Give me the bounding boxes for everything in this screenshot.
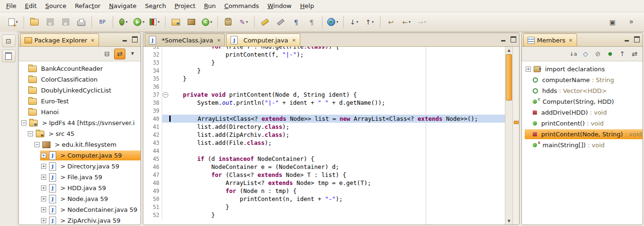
close-tab-icon[interactable]: ✕ xyxy=(291,38,296,43)
code-text[interactable]: System.out.println("|-" + ident + " " + … xyxy=(169,99,505,107)
tree-item-edu-kit-filesystem[interactable]: −> edu.kit.filesystem xyxy=(19,139,140,150)
fold-ruler[interactable] xyxy=(162,131,169,139)
collapse-icon[interactable]: − xyxy=(163,92,168,98)
minimize-view-button[interactable] xyxy=(623,36,630,42)
code-text[interactable] xyxy=(169,83,505,91)
tree-item-file-java-59[interactable]: +J> File.java 59 xyxy=(19,172,140,183)
tree-item-row[interactable]: +J> ZipArchiv.java 59 xyxy=(40,216,140,225)
code-text[interactable]: for (File f : hdd.get(File.class)) { xyxy=(169,47,505,50)
line-number[interactable]: 44 xyxy=(143,148,162,154)
dropdown-arrow-icon[interactable]: ▾ xyxy=(157,20,159,24)
show-inherited-button[interactable]: ↑ xyxy=(617,49,627,59)
member-row[interactable]: printContent(Node, String) : void xyxy=(525,129,643,139)
tree-item-ziparchiv-java-59[interactable]: +J> ZipArchiv.java 59 xyxy=(19,215,140,225)
scroll-down-icon[interactable]: ▼ xyxy=(505,218,512,224)
fold-ruler[interactable] xyxy=(162,139,169,147)
tree-item-row[interactable]: +J> Computer.java 59 xyxy=(40,151,140,160)
expander-icon[interactable]: + xyxy=(41,175,46,180)
maximize-editor-button[interactable] xyxy=(510,36,517,42)
code-line-33[interactable]: 33 } xyxy=(143,59,505,67)
code-text[interactable]: } xyxy=(169,219,505,220)
code-text[interactable]: ArrayList<? extends Node> tmp = e.get(T)… xyxy=(169,179,505,187)
tree-item-directory-java-59[interactable]: +J> Directory.java 59 xyxy=(19,161,140,172)
code-line-48[interactable]: 48 ArrayList<? extends Node> tmp = e.get… xyxy=(143,179,505,187)
fold-ruler[interactable] xyxy=(162,50,169,59)
code-line-42[interactable]: 42 list.add(ZipArchiv.class); xyxy=(143,131,505,139)
toolbar-overflow-button[interactable]: » xyxy=(624,16,638,29)
line-number[interactable]: 49 xyxy=(143,188,162,194)
forward-button[interactable]: →▾ xyxy=(415,16,429,29)
new-java-project-button[interactable] xyxy=(169,16,183,29)
fold-ruler[interactable] xyxy=(162,211,169,219)
new-class-button[interactable]: ▾ xyxy=(200,16,214,29)
tree-item-row[interactable]: DoublyLinkedCyclicList xyxy=(20,85,140,95)
code-text[interactable]: for (Node n : tmp) { xyxy=(169,187,505,195)
menu-edit[interactable]: Edit xyxy=(21,1,41,11)
line-number[interactable]: 51 xyxy=(143,204,162,210)
menu-help[interactable]: Help xyxy=(296,1,319,11)
tree-item-hanoi[interactable]: Hanoi xyxy=(19,107,140,117)
tree-item-colorclassification[interactable]: ColorClassification xyxy=(19,74,140,85)
fold-ruler[interactable] xyxy=(162,75,169,83)
member-row[interactable]: +import declarations xyxy=(525,64,643,74)
fold-ruler[interactable] xyxy=(162,115,169,123)
member-item-main-string[interactable]: smain(String[]) : void xyxy=(522,140,643,151)
menu-project[interactable]: Project xyxy=(170,1,200,11)
scroll-up-icon[interactable]: ▲ xyxy=(505,47,512,53)
menu-window[interactable]: Window xyxy=(263,1,296,11)
package-explorer-tab[interactable]: Package Explorer ✕ xyxy=(20,33,99,46)
java-editor[interactable]: 31 for (File f : hdd.get(File.class)) {3… xyxy=(143,47,519,225)
line-number[interactable]: 35 xyxy=(143,75,162,82)
open-file-button[interactable] xyxy=(27,16,41,29)
code-text[interactable] xyxy=(169,107,505,115)
line-number[interactable]: 34 xyxy=(143,67,162,74)
tree-item-row[interactable]: −> IpdFs 44 [https://svnserver.i xyxy=(20,118,140,128)
menu-navigate[interactable]: Navigate xyxy=(105,1,140,11)
sort-members-button[interactable]: ↓a xyxy=(568,49,578,59)
code-line-41[interactable]: 41 list.add(Directory.class); xyxy=(143,123,505,131)
code-text[interactable]: } xyxy=(169,67,505,75)
breakpoints-button[interactable]: BP xyxy=(95,16,109,29)
code-line-32[interactable]: 32 printContent(f, "|-"); xyxy=(143,50,505,59)
code-line-37[interactable]: 37− private void printContent(Node d, St… xyxy=(143,91,505,99)
member-item-hdds[interactable]: hdds : Vector<HDD> xyxy=(522,85,643,96)
expander-icon[interactable]: + xyxy=(41,164,46,169)
member-item-computername[interactable]: computerName : String xyxy=(522,75,643,85)
tree-item-row[interactable]: Euro-Test xyxy=(20,96,140,106)
close-view-icon[interactable]: ✕ xyxy=(90,38,94,43)
code-text[interactable]: list.add(File.class); xyxy=(169,139,505,147)
member-row[interactable]: addDrive(HDD) : void xyxy=(525,108,643,117)
tree-item-src-45[interactable]: −> src 45 xyxy=(19,128,140,139)
line-number[interactable]: 52 xyxy=(143,212,162,218)
tree-item-row[interactable]: Hanoi xyxy=(20,107,140,117)
code-line-53[interactable]: 53 } xyxy=(143,219,505,220)
code-line-31[interactable]: 31 for (File f : hdd.get(File.class)) { xyxy=(143,47,505,50)
fold-ruler[interactable] xyxy=(162,107,169,115)
editor-scrollbar[interactable]: ▲ ▼ xyxy=(505,47,512,225)
tree-item-euro-test[interactable]: Euro-Test xyxy=(19,96,140,107)
line-number[interactable]: 39 xyxy=(143,108,162,114)
code-line-40[interactable]: 40 ArrayList<Class<? extends Node>> list… xyxy=(143,115,505,123)
code-line-34[interactable]: 34 } xyxy=(143,67,505,75)
print-button[interactable] xyxy=(74,16,88,29)
minimize-editor-button[interactable] xyxy=(500,36,506,42)
member-row[interactable]: computerName : String xyxy=(525,75,643,85)
save-button[interactable] xyxy=(43,16,57,29)
dropdown-arrow-icon[interactable]: ▾ xyxy=(372,20,374,24)
fold-ruler[interactable] xyxy=(162,155,169,163)
link-with-editor-button[interactable]: ⇄ xyxy=(629,49,640,59)
line-number[interactable]: 43 xyxy=(143,140,162,146)
tree-item-row[interactable]: −> src 45 xyxy=(27,129,140,139)
code-text[interactable]: printContent(n, ident + "-"); xyxy=(169,195,505,203)
javadoc-wizard-button[interactable]: ✎▾ xyxy=(237,16,251,29)
dropdown-arrow-icon[interactable]: ▾ xyxy=(336,20,338,24)
expander-icon[interactable]: + xyxy=(41,185,46,191)
code-text[interactable] xyxy=(169,147,505,155)
code-text[interactable]: for (Class<? extends Node> T : list) { xyxy=(169,171,505,179)
menu-refactor[interactable]: Refactor xyxy=(71,1,105,11)
line-number[interactable]: 46 xyxy=(143,164,162,170)
member-row[interactable]: hdds : Vector<HDD> xyxy=(525,86,643,96)
show-whitespace-button[interactable]: ¶ xyxy=(289,16,303,29)
tree-item-row[interactable]: +J> Directory.java 59 xyxy=(40,161,140,171)
tree-item-hdd-java-59[interactable]: +J> HDD.java 59 xyxy=(19,183,140,193)
